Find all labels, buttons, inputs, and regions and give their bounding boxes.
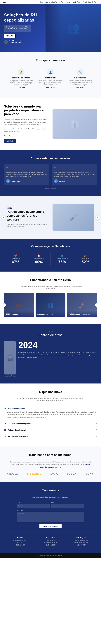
- office-addr-1: 120 Collins StMelbourne VIC 3000+61 241 …: [44, 539, 57, 546]
- message-label: Mensagem: [17, 510, 84, 511]
- forums-text: slider Participamos ativamente e convoca…: [7, 207, 48, 228]
- solutions-text-2: Lorem consectetur adipiscing elit. Nulla…: [4, 128, 48, 133]
- talent-card-1: 👥 hr Recrutamento de RH: [36, 293, 66, 317]
- message-field-wrapper: Mensagem: [17, 510, 84, 522]
- nav-page1[interactable]: Page 1: [72, 1, 76, 3]
- talent-card-title-2: Soluções inovadoras de RH: [69, 314, 95, 316]
- nav-page5[interactable]: Page 5: [94, 1, 98, 3]
- benefit-card-2: 🔧 Flexibilidade Lorem ipsum dolor sit am…: [67, 66, 94, 91]
- stat-item-2: 👥 Recrutamento 75%: [51, 252, 74, 266]
- solutions-section: Soluções do mundo real projetadas especi…: [0, 98, 101, 150]
- benefit-link-1[interactable]: SABER MAIS: [38, 87, 62, 88]
- benefit-text-0: Lorem ipsum dolor sit amet, consectetur …: [9, 80, 33, 86]
- office-melbourne: Melbourne 120 Collins StMelbourne VIC 30…: [44, 536, 57, 546]
- benefit-link-2[interactable]: SABER MAIS: [68, 87, 92, 88]
- office-addr-0: 45 Roesia Rd EgmundNS 1234+61 241 123 23…: [13, 539, 26, 546]
- benefit-icon-2: 🔧: [77, 69, 84, 76]
- stat-label-3: Mentoria: [75, 258, 96, 259]
- talent-cards-wrapper: ‹ 💼 search Busca Executiva 👥 hr Recrutam…: [4, 293, 97, 317]
- forums-image: 🎤: [52, 204, 94, 231]
- email-field-wrapper: Email: [17, 502, 50, 508]
- stat-value-2: 75%: [52, 260, 72, 264]
- benefit-title-1: Experiência: [38, 77, 62, 79]
- accordion-header-3[interactable]: 04. Performance Management ∨: [4, 435, 97, 438]
- contact-desc: Alguma pergunta? Sinta-me escrever uma m…: [4, 496, 97, 498]
- footer-text: © 2024 HR Solutions. All rights reserved…: [38, 555, 62, 556]
- benefits-section: Principais benefícios 💰 Economia de Cust…: [0, 52, 101, 98]
- forums-next-button[interactable]: ›: [96, 216, 100, 220]
- hero-bg-image: 👥: [46, 4, 101, 52]
- about-content: 2024 Lorem ipsum dolor sit amet, consect…: [18, 341, 97, 377]
- accordion-num-0: 01.: [4, 407, 6, 409]
- name-input[interactable]: [51, 504, 84, 508]
- message-input[interactable]: [17, 512, 84, 522]
- nav-lessons[interactable]: Lessons: [45, 1, 50, 3]
- name-field-wrapper: Nome: [51, 502, 84, 508]
- testimonials: " Lorem ipsum dolor sit amet, consectetu…: [4, 164, 97, 185]
- benefit-icon-1: 👤: [47, 69, 54, 76]
- nav-contact[interactable]: Contact: [66, 1, 70, 3]
- about-image: 🏢: [4, 341, 16, 374]
- how-help-section: Como ajudamos as pessoas " Lorem ipsum d…: [0, 150, 101, 196]
- accordion-header-2[interactable]: 03. Training Development ∨: [4, 429, 97, 431]
- nav-page4[interactable]: Page 4: [88, 1, 93, 3]
- email-input[interactable]: [17, 504, 50, 508]
- partners-link[interactable]: quis eleifend turpis dignissim: [40, 464, 90, 468]
- stat-item-0: ❤️ Benefícios 67%: [4, 252, 27, 266]
- nav-about[interactable]: About Us: [52, 1, 57, 3]
- benefit-link-0[interactable]: SABER MAIS: [9, 87, 33, 88]
- author-name-1: Sam Perry: [59, 180, 66, 182]
- talent-next-button[interactable]: ›: [95, 303, 99, 307]
- stats-title: Compensação e Benefícios: [4, 244, 97, 248]
- avatar-1: SP: [54, 179, 58, 183]
- forums-desc: Lorem ipsum dolor sit amet consectetur a…: [7, 223, 48, 228]
- talent-card-label-1: hr: [37, 312, 64, 314]
- hero-cta-button[interactable]: LEIA MAIS: [4, 34, 16, 38]
- stat-item-3: 🎓 Mentoria 62%: [74, 252, 97, 266]
- nav-page2[interactable]: Page 2: [77, 1, 82, 3]
- talent-card-0: 💼 search Busca Executiva: [4, 293, 34, 317]
- accordion-item-0: 01. Recruitment Staffing ∨ Lorem ipsum d…: [4, 405, 97, 420]
- testimonial-author-1: SP Sam Perry: [54, 179, 95, 183]
- talent-cards: 💼 search Busca Executiva 👥 hr Recrutamen…: [4, 293, 97, 317]
- partners-desc: Paragraph. Lorem ipsum dolor sit amet, c…: [10, 461, 91, 468]
- talent-card-2: 🚀 solutions Soluções inovadoras de RH: [67, 293, 97, 317]
- about-text: Lorem ipsum dolor sit amet, consectetur …: [18, 351, 97, 358]
- partner-binance: ◆ BINANCE: [27, 472, 42, 475]
- form-row-1: Email Nome: [17, 502, 84, 508]
- stats-section: Compensação e Benefícios ❤️ Benefícios 6…: [0, 239, 101, 272]
- solutions-cta-button[interactable]: LEIA MAIS: [4, 139, 16, 143]
- accordion-toggle-icon-2: ∨: [95, 429, 97, 431]
- nav-logo: logo: [3, 1, 6, 3]
- accordion-toggle-icon-1: ∨: [95, 422, 97, 425]
- benefit-title-2: Flexibilidade: [68, 77, 92, 79]
- partners-section: Trabalhando com os melhores! Paragraph. …: [0, 446, 101, 482]
- accordion-header-1[interactable]: 02. Compensation Management ∨: [4, 422, 97, 425]
- author-name-0: Paulo Smith: [11, 180, 20, 182]
- send-message-button[interactable]: ENVIAR MENSAGEM: [40, 524, 62, 528]
- faq-section: O que nos move Paragraph. Lorem ipsum do…: [0, 384, 101, 446]
- talent-card-overlay-1: hr Recrutamento de RH: [36, 311, 66, 317]
- accordion-item-3: 04. Performance Management ∨: [4, 433, 97, 440]
- quote-mark-0: ": [6, 166, 47, 170]
- footer: © 2024 HR Solutions. All rights reserved…: [0, 553, 101, 558]
- partner-crolla: CROLLA: [7, 472, 18, 475]
- forums-prev-button[interactable]: ‹: [1, 216, 6, 220]
- benefits-icon: ❤️: [6, 254, 26, 257]
- faq-desc: Paragraph. Lorem ipsum dolor sit amet, c…: [17, 398, 84, 401]
- solutions-text-1: Dignissim ipsum sit amet nisi est nibh m…: [4, 118, 48, 126]
- accordion-header-0[interactable]: 01. Recruitment Staffing ∨: [4, 407, 97, 410]
- testimonial-0: " Lorem ipsum dolor sit amet, consectetu…: [4, 164, 49, 185]
- testimonial-text-0: Lorem ipsum dolor sit amet, consectetur …: [6, 171, 47, 178]
- solutions-title: Soluções do mundo real projetadas especi…: [4, 104, 48, 116]
- nav-home[interactable]: Home: [40, 1, 43, 3]
- partner-evga: EVGA: [50, 472, 58, 475]
- hero-content: Soluções de RH especializadas Sample log…: [4, 12, 47, 44]
- nav-page3[interactable]: Page 3: [83, 1, 87, 3]
- forums-title: Participamos ativamente e convocamos fór…: [7, 210, 48, 222]
- nav-team[interactable]: Our Team: [58, 1, 64, 3]
- faq-title: O que nos move: [4, 390, 97, 394]
- accordion: 01. Recruitment Staffing ∨ Lorem ipsum d…: [4, 405, 97, 440]
- navbar: logo Home Lessons About Us Our Team Cont…: [0, 0, 101, 4]
- talent-prev-button[interactable]: ‹: [2, 303, 6, 307]
